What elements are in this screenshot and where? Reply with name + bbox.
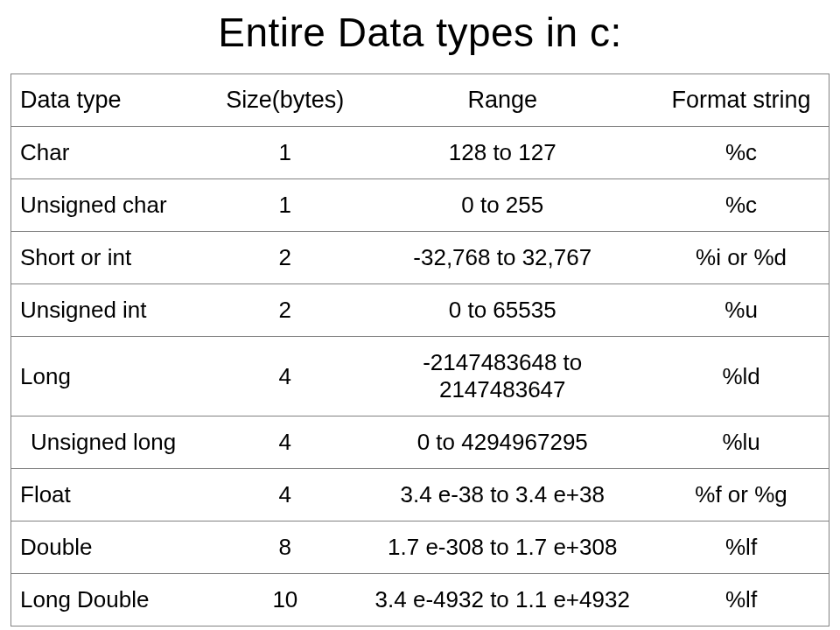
- cell-format: %f or %g: [654, 469, 829, 522]
- header-datatype: Data type: [11, 74, 220, 127]
- cell-size: 1: [219, 179, 351, 232]
- cell-range: 0 to 4294967295: [351, 416, 654, 469]
- cell-datatype: Char: [11, 127, 220, 179]
- cell-range: 128 to 127: [351, 127, 654, 179]
- cell-format: %c: [654, 127, 829, 179]
- cell-datatype: Double: [11, 522, 220, 574]
- cell-range: -2147483648 to 2147483647: [351, 337, 654, 416]
- cell-datatype: Float: [11, 469, 220, 522]
- cell-size: 8: [219, 522, 351, 574]
- cell-format: %i or %d: [654, 232, 829, 284]
- cell-format: %lf: [654, 574, 829, 626]
- cell-format: %lu: [654, 416, 829, 469]
- table-row: Unsigned int 2 0 to 65535 %u: [11, 284, 830, 337]
- table-row: Double 8 1.7 e-308 to 1.7 e+308 %lf: [11, 522, 830, 574]
- cell-format: %u: [654, 284, 829, 337]
- header-format: Format string: [654, 74, 829, 127]
- cell-size: 4: [219, 337, 351, 416]
- table-row: Char 1 128 to 127 %c: [11, 127, 830, 179]
- cell-datatype: Unsigned char: [11, 179, 220, 232]
- cell-range: 0 to 255: [351, 179, 654, 232]
- header-range: Range: [351, 74, 654, 127]
- table-row: Unsigned char 1 0 to 255 %c: [11, 179, 830, 232]
- cell-datatype: Short or int: [11, 232, 220, 284]
- cell-range: -32,768 to 32,767: [351, 232, 654, 284]
- cell-datatype: Unsigned long: [11, 416, 220, 469]
- table-row: Short or int 2 -32,768 to 32,767 %i or %…: [11, 232, 830, 284]
- cell-datatype: Unsigned int: [11, 284, 220, 337]
- cell-range: 0 to 65535: [351, 284, 654, 337]
- cell-range: 3.4 e-4932 to 1.1 e+4932: [351, 574, 654, 626]
- cell-range: 3.4 e-38 to 3.4 e+38: [351, 469, 654, 522]
- table-row: Long Double 10 3.4 e-4932 to 1.1 e+4932 …: [11, 574, 830, 626]
- cell-size: 4: [219, 416, 351, 469]
- cell-size: 2: [219, 232, 351, 284]
- table-row: Float 4 3.4 e-38 to 3.4 e+38 %f or %g: [11, 469, 830, 522]
- cell-size: 10: [219, 574, 351, 626]
- table-header-row: Data type Size(bytes) Range Format strin…: [11, 74, 830, 127]
- page-title: Entire Data types in c:: [10, 9, 830, 56]
- table-row: Unsigned long 4 0 to 4294967295 %lu: [11, 416, 830, 469]
- cell-datatype: Long: [11, 337, 220, 416]
- cell-format: %c: [654, 179, 829, 232]
- cell-range: 1.7 e-308 to 1.7 e+308: [351, 522, 654, 574]
- cell-size: 4: [219, 469, 351, 522]
- cell-size: 1: [219, 127, 351, 179]
- cell-size: 2: [219, 284, 351, 337]
- cell-datatype: Long Double: [11, 574, 220, 626]
- cell-format: %ld: [654, 337, 829, 416]
- data-types-table: Data type Size(bytes) Range Format strin…: [10, 74, 830, 626]
- cell-format: %lf: [654, 522, 829, 574]
- table-row: Long 4 -2147483648 to 2147483647 %ld: [11, 337, 830, 416]
- header-size: Size(bytes): [219, 74, 351, 127]
